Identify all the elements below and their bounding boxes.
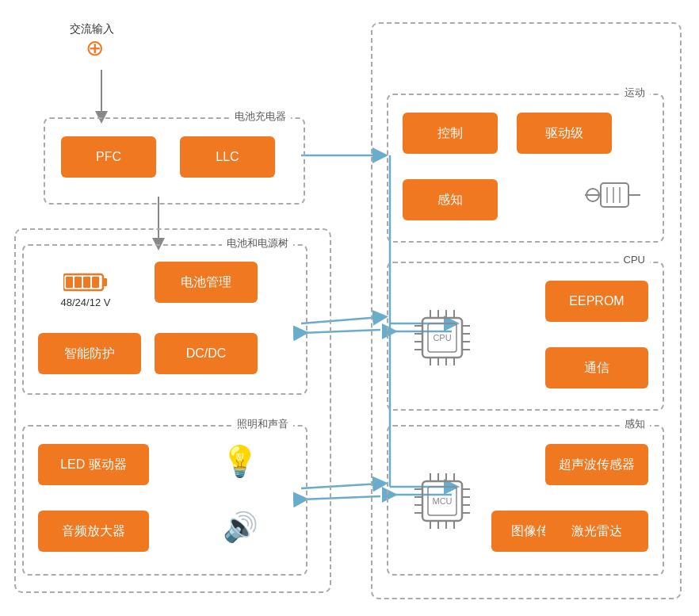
cpu-label: CPU — [619, 254, 650, 266]
motion-box: 运动 控制 驱动级 感知 — [387, 94, 664, 243]
mcu-chip-svg: MCU — [407, 465, 478, 537]
cpu-chip-svg: CPU — [407, 302, 478, 373]
cpu-chip-area: CPU — [403, 279, 482, 396]
diagram-container: 交流输入 ⊕ 电池充电器 PFC LLC 电池和电源树 48/24/12 V 电… — [0, 0, 699, 616]
perception-motion-button[interactable]: 感知 — [403, 179, 498, 220]
svg-rect-18 — [601, 183, 628, 207]
eeprom-button[interactable]: EEPROM — [545, 281, 648, 322]
control-button[interactable]: 控制 — [403, 113, 498, 154]
svg-line-6 — [301, 496, 380, 499]
svg-rect-13 — [103, 278, 107, 286]
svg-line-5 — [301, 484, 380, 488]
battery-power-box: 电池和电源树 48/24/12 V 电池管理 智能防护 DC/DC — [22, 244, 307, 395]
led-driver-button[interactable]: LED 驱动器 — [38, 444, 149, 485]
speaker-icon: 🔊 — [223, 511, 258, 544]
led-icon: 💡 — [221, 444, 258, 479]
battery-charger-label: 电池充电器 — [230, 109, 291, 124]
svg-rect-14 — [66, 277, 73, 288]
llc-button[interactable]: LLC — [180, 136, 275, 178]
battery-voltage-label: 48/24/12 V — [61, 297, 111, 308]
smart-protect-button[interactable]: 智能防护 — [38, 333, 141, 374]
battery-mgmt-button[interactable]: 电池管理 — [155, 262, 258, 303]
svg-line-3 — [301, 317, 380, 323]
ultrasonic-button[interactable]: 超声波传感器 — [545, 444, 648, 485]
cpu-box: CPU — [387, 262, 664, 411]
battery-power-label: 电池和电源树 — [222, 236, 293, 251]
drive-level-button[interactable]: 驱动级 — [517, 113, 612, 154]
ac-plug-icon: ⊕ — [86, 35, 104, 61]
battery-svg — [63, 271, 108, 293]
lighting-audio-label: 照明和声音 — [232, 417, 293, 431]
svg-rect-16 — [83, 277, 90, 288]
perception-box: 感知 MCU — [387, 425, 664, 576]
motor-svg — [585, 171, 648, 219]
svg-rect-17 — [92, 277, 99, 288]
motion-label: 运动 — [620, 86, 650, 100]
dcdc-button[interactable]: DC/DC — [155, 333, 258, 374]
audio-amp-button[interactable]: 音频放大器 — [38, 511, 149, 552]
svg-text:MCU: MCU — [432, 496, 452, 506]
lidar-button[interactable]: 激光雷达 — [545, 511, 648, 552]
svg-line-4 — [301, 330, 380, 333]
battery-charger-box: 电池充电器 PFC LLC — [44, 117, 305, 205]
lighting-audio-box: 照明和声音 LED 驱动器 音频放大器 💡 🔊 — [22, 425, 307, 576]
svg-rect-15 — [74, 277, 82, 288]
communication-button[interactable]: 通信 — [545, 347, 648, 388]
pfc-button[interactable]: PFC — [61, 136, 156, 178]
motor-icon — [585, 171, 648, 226]
battery-icon-area: 48/24/12 V — [38, 262, 133, 317]
perception-label: 感知 — [620, 417, 650, 431]
mcu-chip-area: MCU — [403, 442, 482, 560]
svg-text:CPU: CPU — [433, 333, 451, 342]
